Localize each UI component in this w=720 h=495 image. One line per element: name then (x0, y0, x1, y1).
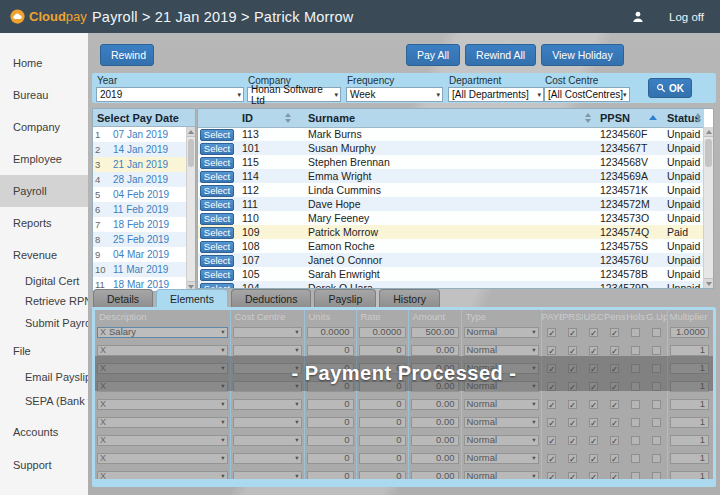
sort-icon[interactable] (585, 113, 591, 123)
sort-icon[interactable] (285, 113, 291, 123)
sidebar-item[interactable]: Bureau (0, 79, 88, 111)
sidebar-item[interactable]: Accounts (0, 415, 88, 449)
tab[interactable]: Payslip (314, 289, 376, 307)
user-icon[interactable] (631, 10, 645, 24)
col-prsi: PRSI (562, 310, 583, 323)
chevron-down-icon (295, 453, 298, 463)
sidebar-item[interactable]: SEPA (Bank file) (0, 387, 88, 415)
pay-date-link[interactable]: 28 Jan 2019 (106, 172, 168, 187)
select-employee-button[interactable]: Select (200, 255, 234, 267)
sidebar-item[interactable]: Employee (0, 143, 88, 175)
scroll-thumb[interactable] (705, 139, 712, 167)
tab[interactable]: Deductions (231, 289, 312, 307)
toolbar-button[interactable]: Rewind All (465, 44, 536, 66)
remove-row-icon: X (100, 399, 106, 409)
employee-scrollbar[interactable] (703, 127, 713, 288)
tab[interactable]: Elements (156, 289, 228, 307)
sidebar-item[interactable]: Digital Cert (0, 271, 88, 291)
toolbar-button[interactable]: View Holiday (541, 44, 624, 66)
type-value: Normal (467, 327, 498, 337)
employee-ppsn: 1234560F (594, 127, 661, 141)
select-employee-button[interactable]: Select (200, 157, 234, 169)
log-off-button[interactable]: Log off (669, 11, 704, 23)
select-employee-button[interactable]: Select (200, 129, 234, 141)
pay-date-link[interactable]: 21 Jan 2019 (106, 157, 168, 172)
employee-id: 105 (236, 267, 294, 281)
checkbox-checked-icon (610, 400, 619, 409)
pay-date-scrollbar[interactable] (186, 127, 195, 291)
units-input: 0 (307, 417, 354, 428)
sidebar-item[interactable]: Revenue (0, 239, 88, 271)
select-employee-button[interactable]: Select (200, 143, 234, 155)
pay-date-link[interactable]: 25 Feb 2019 (106, 232, 169, 247)
rate-input: 0 (359, 453, 406, 464)
select-employee-button[interactable]: Select (200, 171, 234, 183)
employee-id: 101 (236, 141, 294, 155)
pay-date-number: 10 (93, 262, 106, 277)
sidebar-item[interactable]: Retrieve RPNs (0, 291, 88, 311)
toolbar-button[interactable]: Pay All (406, 44, 460, 66)
scroll-up-icon[interactable] (704, 127, 713, 137)
pens-checkbox-cell (604, 413, 625, 431)
employee-status: Unpaid (661, 141, 704, 155)
sort-icon[interactable] (695, 113, 701, 123)
sidebar-item[interactable]: Payroll (0, 175, 88, 207)
payment-processed-text: - Payment Processed - (291, 362, 516, 385)
pay-date-link[interactable]: 11 Feb 2019 (106, 202, 168, 217)
checkbox-checked-icon (547, 400, 556, 409)
sidebar-item[interactable]: Email Payslips (0, 367, 88, 387)
select-employee-button[interactable]: Select (200, 185, 234, 197)
pay-date-link[interactable]: 07 Jan 2019 (106, 127, 168, 142)
pay-date-row: 9 04 Mar 2019 (93, 247, 195, 262)
pay-date-link[interactable]: 11 Mar 2019 (106, 262, 168, 277)
select-employee-button[interactable]: Select (200, 269, 234, 281)
checkbox-unchecked-icon (652, 328, 661, 337)
id-column-header[interactable]: ID (236, 109, 294, 127)
multiplier-input: 1 (670, 453, 710, 464)
filter-dropdown[interactable]: [All Departments] (448, 87, 544, 102)
sidebar-item[interactable]: Reports (0, 207, 88, 239)
paye-checkbox-cell (541, 431, 562, 449)
search-ok-button[interactable]: OK (648, 78, 692, 98)
sidebar-item[interactable]: Submit Payroll (0, 311, 88, 335)
employee-surname: Stephen Brennan (294, 155, 594, 169)
scroll-thumb[interactable] (188, 139, 194, 167)
pay-date-link[interactable]: 14 Jan 2019 (106, 142, 168, 157)
multiplier-input: 1 (670, 399, 710, 410)
status-column-header[interactable]: Status (661, 109, 704, 127)
filter-dropdown[interactable]: 2019 (96, 87, 244, 102)
pay-date-link[interactable]: 04 Mar 2019 (106, 247, 169, 262)
pens-checkbox-cell (604, 467, 625, 479)
employee-surname: Derek O Hara (294, 281, 594, 289)
pay-date-number: 4 (93, 172, 106, 187)
tab[interactable]: History (379, 289, 440, 307)
gup-checkbox-cell (646, 395, 667, 413)
sidebar-item[interactable]: File (0, 335, 88, 367)
pay-date-link[interactable]: 04 Feb 2019 (106, 187, 169, 202)
chevron-down-icon (295, 327, 298, 337)
scroll-down-icon[interactable] (704, 278, 713, 288)
select-employee-button[interactable]: Select (200, 199, 234, 211)
filter-dropdown[interactable]: [All CostCentres] (544, 87, 630, 102)
sidebar-item[interactable]: Home (0, 47, 88, 79)
select-employee-button[interactable]: Select (200, 241, 234, 253)
select-employee-button[interactable]: Select (200, 227, 234, 239)
element-row: X 0 (95, 449, 711, 467)
pay-date-link[interactable]: 18 Feb 2019 (106, 217, 169, 232)
filter-dropdown[interactable]: Week (346, 87, 443, 102)
cloudpay-logo[interactable]: Cloudpay (10, 9, 88, 24)
surname-column-header[interactable]: Surname (294, 109, 594, 127)
sidebar-item[interactable]: Company (0, 111, 88, 143)
select-employee-button[interactable]: Select (200, 213, 234, 225)
filter-dropdown[interactable]: Honan Software Ltd (247, 87, 341, 102)
rewind-button[interactable]: Rewind (100, 44, 154, 66)
type-value: Normal (467, 345, 498, 355)
scroll-up-icon[interactable] (187, 127, 195, 137)
sidebar-item[interactable]: Support (0, 449, 88, 481)
ppsn-column-header[interactable]: PPSN (594, 109, 661, 127)
checkbox-checked-icon (547, 418, 556, 427)
checkbox-checked-icon (568, 472, 577, 479)
hols-checkbox-cell (625, 467, 646, 479)
tab[interactable]: Details (93, 289, 153, 307)
pens-checkbox-cell (604, 431, 625, 449)
